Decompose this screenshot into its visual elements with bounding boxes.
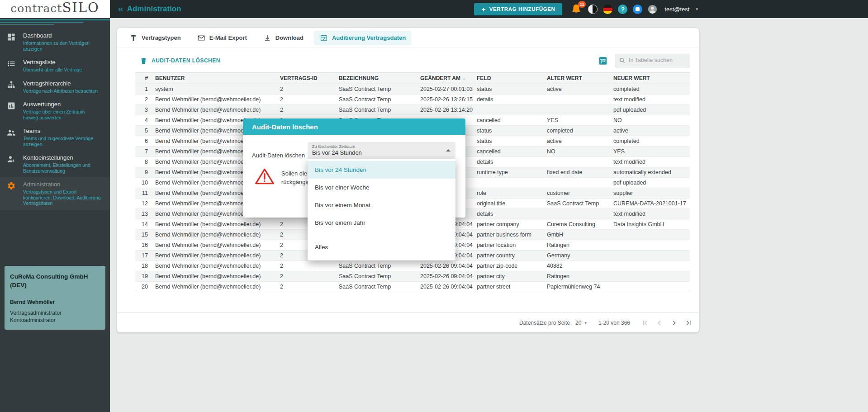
sidebar-item-administration[interactable]: AdministrationVertragstypen und Export k… [0,177,110,210]
table-cell: partner location [473,240,543,251]
blue-app-icon[interactable] [633,5,642,14]
organization-user: Bernd Wehmöller [10,299,100,305]
table-cell: cancelled [473,147,543,157]
rows-per-page-select[interactable]: 20 ▾ [575,320,587,326]
table-cell: runtime type [473,167,543,178]
table-cell: 2 [276,261,335,271]
sidebar-item-label: Auswertungen [23,101,101,108]
mail-export-icon [197,34,205,42]
audit-calendar-icon [320,34,328,42]
table-cell: Data Insights GmbH [610,219,690,230]
column-header-[interactable]: # [135,73,152,84]
menu-option-bis-vor-einem-jahr[interactable]: Bis vor einem Jahr [308,214,455,232]
menu-option-alles[interactable]: Alles [308,238,455,256]
sidebar-item-teams[interactable]: TeamsTeams und zugeordnete Verträge anze… [0,124,110,151]
menu-option-bis-vor-einer-woche[interactable]: Bis vor einer Woche [308,179,455,196]
language-flag-icon[interactable] [603,5,612,14]
date-filter-calendar-icon[interactable] [598,56,608,66]
app-root: contractSILO « Administration + VERTRAG … [0,0,868,412]
menu-option-bis-vor-einem-monat[interactable]: Bis vor einem Monat [308,196,455,214]
account-icon [7,154,17,174]
table-cell: Ratingen [543,271,610,282]
sidebar-item-label: Vertragshierarchie [23,80,98,87]
theme-contrast-toggle-icon[interactable] [588,5,598,14]
sidebar-item-description: Abonnement, Einstellungen und Benutzerve… [23,162,101,174]
list-icon [7,59,17,73]
table-cell: 2025-02-26 13:14:20 [417,105,473,115]
help-icon[interactable]: ? [618,5,627,14]
table-cell: partner country [473,251,543,261]
table-cell [610,240,690,251]
sidebar-item-description: Übersicht über alle Verträge [23,67,82,73]
table-cell [473,178,543,188]
add-contract-label: VERTRAG HINZUFÜGEN [489,6,555,12]
organization-name: CuReMa Consulting GmbH (DEV) [10,272,100,289]
table-cell: 11 [135,188,152,199]
chart-icon [7,101,17,120]
warning-triangle-icon [255,167,275,185]
collapse-sidebar-icon[interactable]: « [118,3,123,14]
table-cell: 1 [135,84,152,95]
search-input[interactable] [629,54,688,66]
column-header-vertrags-id[interactable]: VERTRAGS-ID [276,73,335,84]
table-cell: GmbH [543,230,610,240]
table-cell: Bernd Wehmöller (bernd@wehmoeller.de) [152,105,276,115]
table-cell: 8 [135,157,152,167]
next-page-icon[interactable] [670,319,678,327]
table-cell: text modified [610,157,690,167]
sidebar: DashboardInformationen zu den Verträgen … [0,18,110,412]
tab-download[interactable]: Download [257,31,309,45]
table-cell: Bernd Wehmöller (bernd@wehmoeller.de) [152,251,276,261]
first-page-icon[interactable] [641,319,649,327]
table-cell: active [543,84,610,95]
sidebar-item-vertragsliste[interactable]: VertragslisteÜbersicht über alle Verträg… [0,55,110,76]
user-avatar[interactable] [648,5,657,14]
sidebar-item-kontoeinstellungen[interactable]: KontoeinstellungenAbonnement, Einstellun… [0,151,110,177]
warning-line-2: rückgängig [281,179,310,185]
table-cell: active [610,126,690,136]
tab-e-mail-export[interactable]: E-Mail Export [191,31,253,45]
tab-auditierung-vertragsdaten[interactable]: Auditierung Vertragsdaten [314,31,412,45]
current-user-label[interactable]: test@test [664,6,689,13]
table-row: 19Bernd Wehmöller (bernd@wehmoeller.de)2… [135,271,690,282]
column-header-neuer-wert[interactable]: NEUER WERT [610,73,690,84]
table-cell: 2 [276,271,335,282]
last-page-icon[interactable] [684,319,693,327]
delete-audit-data-button[interactable]: AUDIT-DATEN LÖSCHEN [140,57,220,65]
period-select[interactable]: Zu löschender Zeitraum Bis vor 24 Stunde… [308,142,455,159]
notifications-bell-icon[interactable]: 11 [570,3,583,15]
column-header-bezeichnung[interactable]: BEZEICHNUNG [335,73,417,84]
column-header-feld[interactable]: FELD [473,73,543,84]
table-cell: status [473,84,543,95]
previous-page-icon[interactable] [655,319,664,327]
rows-per-page-value: 20 [575,320,581,326]
table-cell: completed [610,84,690,95]
menu-option-bis-vor-24-stunden[interactable]: Bis vor 24 Stunden [308,161,455,179]
table-cell: Ratingen [543,240,610,251]
column-header-ge-ndert-am[interactable]: GEÄNDERT AM↓ [417,73,473,84]
topbar-actions: + VERTRAG HINZUFÜGEN 11 ? test@test ▾ [474,3,698,15]
add-contract-button[interactable]: + VERTRAG HINZUFÜGEN [474,3,562,15]
table-cell: 20 [135,282,152,292]
user-menu-caret-icon[interactable]: ▾ [696,7,698,11]
sidebar-item-label: Vertragsliste [23,59,82,66]
logo-text-silo: SILO [62,0,99,15]
table-cell: NO [543,147,610,157]
table-cell: status [473,136,543,147]
column-header-alter-wert[interactable]: ALTER WERT [543,73,610,84]
logo-text-contract: contract [10,2,62,15]
sidebar-item-vertragshierarchie[interactable]: VertragshierarchieVerträge nach Attribut… [0,76,110,98]
column-header-benutzer[interactable]: BENUTZER [152,73,276,84]
sidebar-item-auswertungen[interactable]: AuswertungenVerträge über einen Zeitraum… [0,97,110,124]
sidebar-item-dashboard[interactable]: DashboardInformationen zu den Verträgen … [0,28,110,55]
tab-label: Download [275,34,304,41]
sidebar-item-description: Vertragstypen und Export konfigurieren, … [23,189,101,206]
tab-vertragstypen[interactable]: Vertragstypen [123,31,187,45]
rows-per-page-label: Datensätze pro Seite [519,320,570,326]
table-cell: Bernd Wehmöller (bernd@wehmoeller.de) [152,95,276,105]
table-cell: 2025-02-26 13:26:15 [417,95,473,105]
table-cell: status [473,126,543,136]
table-cell: Bernd Wehmöller (bernd@wehmoeller.de) [152,240,276,251]
table-cell: details [473,95,543,105]
table-cell: partner street [473,282,543,292]
